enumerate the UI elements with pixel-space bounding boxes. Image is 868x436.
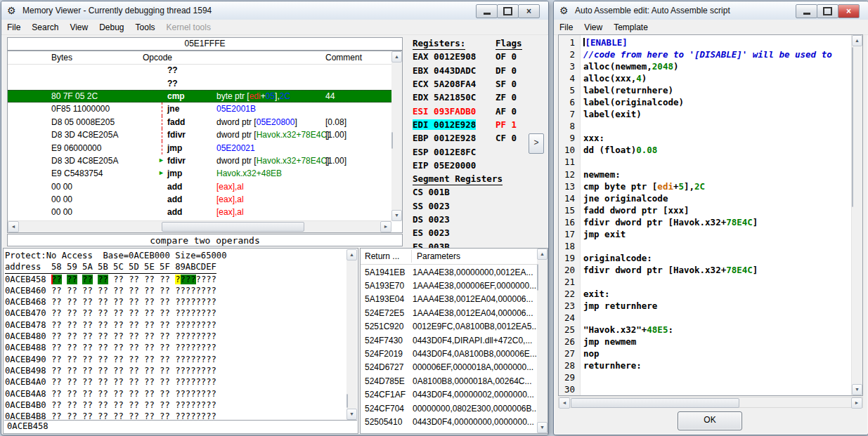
disassembly-vscrollbar[interactable]: ▲ ▼ xyxy=(391,51,402,221)
script-line[interactable]: 23jmp returnhere xyxy=(559,300,851,312)
stack-row[interactable]: 524E72E51AAA4E38,0012EA04,000006... xyxy=(361,306,537,319)
stack-row[interactable]: 524D785E0A8100B8,0000018A,00264C... xyxy=(361,374,537,388)
auto-assemble-titlebar[interactable]: ⚙ Auto Assemble edit: Auto Assemble scri… xyxy=(554,1,868,20)
script-line[interactable]: 19originalcode: xyxy=(559,253,851,265)
hex-byte-selected[interactable]: ?? xyxy=(51,275,62,284)
script-line[interactable]: 2//code from here to '[DISABLE]' will be… xyxy=(559,49,851,61)
hex-row[interactable]: 0ACEB4A0 ?? ?? ?? ?? ?? ?? ?? ?? ???????… xyxy=(5,376,346,388)
menu-item-view[interactable]: View xyxy=(578,20,608,34)
script-line[interactable]: 24 xyxy=(559,312,851,324)
segment-register-row[interactable]: ES 0023 xyxy=(408,226,546,239)
script-line[interactable]: 14jne originalcode xyxy=(559,193,851,205)
ok-button[interactable]: OK xyxy=(678,411,742,430)
hex-row[interactable]: 0ACEB4A8 ?? ?? ?? ?? ?? ?? ?? ?? ???????… xyxy=(5,388,346,399)
stack-row[interactable]: 524F20190443D0F4,0A8100B8,000006E... xyxy=(361,347,537,360)
stack-row[interactable]: 524D6727000006EF,0000018A,0000000... xyxy=(361,361,537,374)
menu-item-template[interactable]: Template xyxy=(608,20,654,34)
script-line[interactable]: 17jmp exit xyxy=(559,229,851,241)
disasm-row[interactable]: D8 05 0008E205fadddword ptr [05E20800][0… xyxy=(8,116,391,128)
minimize-button[interactable] xyxy=(476,4,498,18)
scroll-left-icon[interactable]: ◄ xyxy=(8,221,19,232)
disasm-row[interactable]: ?? xyxy=(8,77,391,89)
scroll-thumb[interactable] xyxy=(571,398,739,408)
script-line[interactable]: 10dd (float)0.08 xyxy=(559,145,851,157)
menu-item-search[interactable]: Search xyxy=(26,20,64,34)
stack-vscrollbar[interactable]: ▲ ▼ xyxy=(537,249,548,433)
scroll-left-icon[interactable]: ◄ xyxy=(559,397,570,409)
menu-item-file[interactable]: File xyxy=(1,20,26,34)
scroll-thumb[interactable] xyxy=(852,47,853,207)
hex-row[interactable]: 0ACEB460 ?? ?? ?? ?? ?? ?? ?? ?? ???????… xyxy=(5,285,346,296)
menu-item-tools[interactable]: Tools xyxy=(130,20,161,34)
disasm-row[interactable]: 00 00add[eax],al xyxy=(8,180,391,193)
hex-row[interactable]: 0ACEB478 ?? ?? ?? ?? ?? ?? ?? ?? ???????… xyxy=(5,319,346,331)
scroll-right-icon[interactable]: ► xyxy=(380,221,391,232)
expand-registers-button[interactable]: > xyxy=(529,133,544,154)
register-row[interactable]: EAX 0012E908OF 0 xyxy=(408,50,546,63)
register-row[interactable]: ESP 0012E8FC xyxy=(408,145,546,158)
scroll-down-icon[interactable]: ▼ xyxy=(537,422,548,433)
maximize-button[interactable] xyxy=(497,4,519,18)
register-row[interactable]: ECX 5A208FA4SF 0 xyxy=(408,77,546,91)
scroll-right-icon[interactable]: ► xyxy=(851,397,862,409)
scroll-thumb[interactable] xyxy=(346,394,348,408)
disasm-row[interactable]: E9 06000000jmp05E20021 xyxy=(8,141,391,154)
script-line[interactable]: 8 xyxy=(559,121,851,133)
script-line[interactable]: 12newmem: xyxy=(559,169,851,181)
hex-row[interactable]: 0ACEB488 ?? ?? ?? ?? ?? ?? ?? ?? ???????… xyxy=(5,342,346,353)
script-line[interactable]: 7label(exit) xyxy=(559,109,851,121)
scroll-down-icon[interactable]: ▼ xyxy=(391,210,402,221)
close-button[interactable]: × xyxy=(838,4,860,18)
script-line[interactable]: 3alloc(newmem,2048) xyxy=(559,61,851,73)
script-line[interactable]: 22exit: xyxy=(559,289,851,300)
register-row[interactable]: EIP 05E20000 xyxy=(408,159,546,172)
disasm-row[interactable]: E9 C5483754jmpHavok.x32+48EB xyxy=(8,167,391,180)
register-row[interactable]: ESI 093FADB0AF 0 xyxy=(408,104,546,117)
script-line[interactable]: 18 xyxy=(559,241,851,253)
script-line[interactable]: 25"Havok.x32"+48E5: xyxy=(559,324,851,336)
script-line[interactable]: 26jmp newmem xyxy=(559,336,851,348)
script-line[interactable]: 21 xyxy=(559,277,851,289)
hexview-vscrollbar[interactable]: ▲ ▼ xyxy=(346,249,357,420)
disasm-row[interactable]: 0F85 11000000jne05E2001B xyxy=(8,103,391,115)
script-line[interactable]: 4alloc(xxx,4) xyxy=(559,73,851,85)
disasm-row[interactable]: 00 00add[eax],al xyxy=(8,206,391,218)
menu-item-debug[interactable]: Debug xyxy=(93,20,129,34)
menu-item-view[interactable]: View xyxy=(64,20,93,34)
register-row[interactable]: EDI 0012E928PF 1 xyxy=(408,118,546,131)
register-row[interactable]: EDX 5A21850CZF 0 xyxy=(408,91,546,104)
hex-row[interactable]: 0ACEB458 ?? ?? ?? ?? ?? ?? ?? ?? ???????… xyxy=(5,274,346,285)
minimize-button[interactable] xyxy=(796,4,817,18)
scroll-up-icon[interactable]: ▲ xyxy=(346,249,357,260)
hex-row[interactable]: 0ACEB4B0 ?? ?? ?? ?? ?? ?? ?? ?? ???????… xyxy=(5,399,346,411)
disassembly-hscrollbar[interactable]: ◄ ► xyxy=(8,220,391,232)
hex-ascii-selected[interactable]: ??? xyxy=(181,275,196,284)
editor-hscrollbar[interactable]: ◄ ► xyxy=(558,397,863,408)
script-line[interactable]: 15fadd dword ptr [xxx] xyxy=(559,205,851,217)
segment-register-row[interactable]: SS 0023 xyxy=(408,199,546,213)
script-line[interactable]: 28returnhere: xyxy=(559,360,851,372)
hex-byte-selected[interactable]: ?? xyxy=(82,275,93,284)
disasm-row[interactable]: D8 3D 4C8E205Afdivrdword ptr [Havok.x32+… xyxy=(8,128,391,141)
stack-row[interactable]: 5251C9200012E9FC,0A8100B8,0012EA5... xyxy=(361,320,537,333)
disasm-row[interactable]: D8 3D 4C8E205Afdivrdword ptr [Havok.x32+… xyxy=(8,154,391,167)
script-line[interactable]: 5label(returnhere) xyxy=(559,85,851,97)
script-line[interactable]: 9xxx: xyxy=(559,133,851,145)
hex-row[interactable]: 0ACEB490 ?? ?? ?? ?? ?? ?? ?? ?? ???????… xyxy=(5,354,346,365)
script-line[interactable]: 6label(originalcode) xyxy=(559,97,851,109)
script-line[interactable]: 29 xyxy=(559,372,851,384)
disasm-row[interactable]: 80 7F 05 2Ccmpbyte ptr [edi+05],2C44 xyxy=(8,90,391,103)
scroll-thumb[interactable] xyxy=(162,222,304,232)
scroll-down-icon[interactable]: ▼ xyxy=(346,409,357,420)
scroll-thumb[interactable] xyxy=(391,132,393,149)
disasm-row[interactable]: ?? xyxy=(8,64,391,77)
hex-byte-selected[interactable]: ?? xyxy=(98,275,108,284)
hex-row[interactable]: 0ACEB480 ?? ?? ?? ?? ?? ?? ?? ?? ???????… xyxy=(5,331,346,342)
segment-register-row[interactable]: CS 001B xyxy=(408,185,546,199)
stack-row[interactable]: 524CF1AF0443D0F4,00000002,0000000... xyxy=(361,388,537,402)
script-line[interactable]: 16fdivr dword ptr [Havok.x32+78E4C] xyxy=(559,217,851,229)
disasm-row[interactable]: 00 00add[eax],al xyxy=(8,193,391,206)
hex-row[interactable]: 0ACEB4B8 ?? ?? ?? ?? ?? ?? ?? ?? ???????… xyxy=(5,411,346,420)
hex-row[interactable]: 0ACEB498 ?? ?? ?? ?? ?? ?? ?? ?? ???????… xyxy=(5,365,346,376)
editor-vscrollbar[interactable]: ▲ ▼ xyxy=(851,35,862,395)
